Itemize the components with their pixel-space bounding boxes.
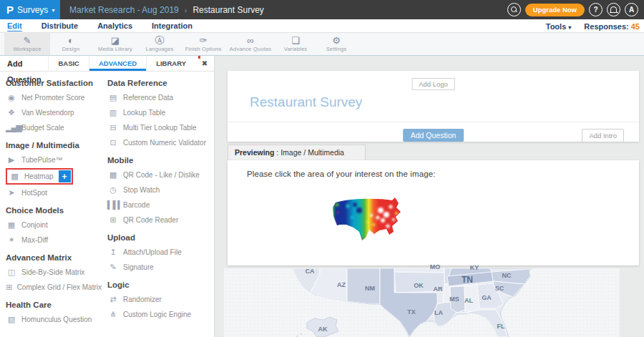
question-type-label: Complex Grid / Flex Matrix [17, 283, 102, 291]
languages-icon: Ⓐ [139, 35, 180, 46]
question-type-heatmap-highlighted[interactable]: ▩Heatmap+ [6, 168, 73, 185]
toolbar-item-label: Design [50, 46, 92, 52]
question-type-attach-upload-file[interactable]: ↥Attach/Upload File [107, 245, 213, 260]
product-label: Surveys [17, 5, 48, 15]
question-type-net-promoter-score[interactable]: ◉Net Promoter Score [6, 90, 102, 105]
toolbar-item-advance-quotas[interactable]: ∞Advance Quotas [226, 33, 275, 55]
tools-menu[interactable]: Tools ▾ [546, 22, 572, 31]
question-type-reference-data[interactable]: ▤Reference Data [107, 90, 213, 105]
question-type-label: QR Code - Like / Dislike [123, 171, 200, 179]
toolbar-item-media-library[interactable]: ◪Media Library [92, 33, 139, 55]
panel-tab-advanced[interactable]: ADVANCED [89, 56, 146, 71]
question-type-row-heatmap: ▩Heatmap+ [6, 167, 102, 185]
nps-icon: ◉ [6, 93, 16, 102]
variables-tag-icon: ❏ [275, 35, 316, 46]
question-type-label: Stop Watch [123, 186, 160, 194]
chevron-down-icon: ▾ [568, 24, 571, 31]
toolbar-item-variables[interactable]: ❏Variables [275, 33, 316, 55]
question-type-label: Signature [123, 263, 154, 271]
section-heading-logic: Logic [107, 280, 213, 289]
responses-counter[interactable]: Responses: 45 [584, 22, 640, 31]
survey-nav: EditDistributeAnalyticsIntegration Tools… [0, 19, 644, 33]
toolbar-item-label: Finish Options [180, 46, 226, 52]
lookup-table-icon: ▥ [107, 108, 118, 117]
toolbar-items: ✎Workspace◐Design◪Media LibraryⒶLanguage… [4, 33, 356, 55]
question-type-custom-numeric-validator[interactable]: ⊡Custom Numeric Validator [107, 135, 213, 150]
editor-toolbar: ✎Workspace◐Design◪Media LibraryⒶLanguage… [0, 33, 644, 56]
question-type-stop-watch[interactable]: ◷Stop Watch [107, 182, 213, 197]
heatmap-usa-image[interactable] [331, 196, 414, 243]
design-palette-icon: ◐ [50, 35, 92, 46]
upload-file-icon: ↥ [107, 248, 118, 257]
qr-reader-icon: ⊞ [107, 215, 118, 225]
account-avatar[interactable]: A [625, 3, 638, 16]
question-type-budget-scale[interactable]: ▂▄▆Budget Scale [6, 120, 102, 135]
question-type-label: Randomizer [123, 296, 162, 303]
nav-tab-analytics[interactable]: Analytics [97, 19, 132, 32]
toolbar-item-design[interactable]: ◐Design [50, 33, 92, 55]
toolbar-item-label: Languages [139, 46, 180, 52]
breadcrumb-folder[interactable]: Market Research - Aug 2019 [69, 5, 179, 15]
advance-quotas-icon: ∞ [226, 35, 275, 46]
question-type-homunculus-question[interactable]: ▧Homunculus Question [6, 312, 102, 327]
multi-tier-lookup-icon: ⊟ [107, 123, 118, 132]
magic-wand-icon: ✶ [6, 235, 16, 245]
upgrade-now-button[interactable]: Upgrade Now [525, 4, 585, 16]
survey-title[interactable]: Restaurant Survey [250, 94, 362, 110]
question-type-van-westendorp[interactable]: ❖Van Westendorp [6, 105, 102, 120]
question-type-label: Net Promoter Score [21, 94, 84, 102]
media-library-icon: ◪ [92, 35, 139, 46]
question-type-side-by-side-matrix[interactable]: ◫Side-By-Side Matrix [6, 265, 102, 280]
nav-tab-edit[interactable]: Edit [7, 19, 22, 32]
question-type-tubepulse[interactable]: ▶TubePulse™ [6, 152, 102, 167]
red-tick [198, 56, 200, 59]
chevron-down-icon: ▾ [52, 7, 54, 14]
finish-options-icon: ✑ [180, 35, 226, 46]
toolbar-item-label: Settings [316, 46, 356, 52]
question-type-complex-grid-flex-matrix[interactable]: ⊞Complex Grid / Flex Matrix [6, 280, 102, 295]
toolbar-item-languages[interactable]: ⒶLanguages [139, 33, 180, 55]
toolbar-item-finish-options[interactable]: ✑Finish Options [180, 33, 226, 55]
question-type-hotspot[interactable]: ➤HotSpot [6, 185, 102, 200]
question-type-label: Lookup Table [123, 109, 165, 117]
panel-tab-basic[interactable]: BASIC [48, 56, 89, 71]
add-logo-button[interactable]: Add Logo [411, 78, 455, 90]
questionpro-logo: P [6, 0, 14, 19]
question-type-qr-code-like-dislike[interactable]: ▩QR Code - Like / Dislike [107, 167, 213, 182]
question-type-label: Budget Scale [21, 124, 64, 132]
question-type-qr-code-reader[interactable]: ⊞QR Code Reader [107, 213, 213, 228]
previewing-tab: Previewing : Image / Multimedia (Heatmap… [228, 145, 366, 160]
toolbar-item-settings[interactable]: ⚙Settings [316, 33, 356, 55]
surveys-menu-button[interactable]: P Surveys ▾ [0, 0, 60, 19]
section-heading-customer-satisfaction: Customer Satisfaction [6, 79, 102, 87]
us-states-map-card: CAAZNMOKARTNNCSCMSALGATXLAFLAKMOKY [224, 268, 620, 337]
question-type-barcode[interactable]: ▍▌▍Barcode [107, 197, 213, 213]
question-type-custom-logic-engine[interactable]: ⋔Custom Logic Engine [107, 307, 213, 322]
add-question-button[interactable]: Add Question [403, 129, 464, 142]
workspace-icon: ✎ [4, 35, 50, 46]
question-type-lookup-table[interactable]: ▥Lookup Table [107, 105, 213, 120]
panel-tabs: BASICADVANCEDLIBRARY [48, 56, 195, 71]
toolbar-item-label: Advance Quotas [226, 46, 275, 52]
question-type-label: Custom Logic Engine [123, 311, 191, 318]
search-button[interactable] [507, 3, 521, 16]
question-type-label: Reference Data [123, 94, 173, 102]
question-type-signature[interactable]: ✎Signature [107, 260, 213, 275]
question-type-multi-tier-lookup-table[interactable]: ⊟Multi Tier Lookup Table [107, 120, 213, 135]
toolbar-item-workspace[interactable]: ✎Workspace [4, 33, 50, 55]
add-intro-button[interactable]: Add Intro [582, 129, 624, 142]
side-by-side-matrix-icon: ◫ [6, 268, 16, 277]
help-button[interactable]: ? [589, 3, 602, 16]
question-type-label: Max-Diff [21, 236, 48, 244]
notifications-button[interactable] [607, 3, 620, 16]
barcode-icon: ▍▌▍ [107, 200, 118, 210]
nav-tab-distribute[interactable]: Distribute [42, 19, 78, 32]
question-type-conjoint[interactable]: ▦Conjoint [6, 218, 102, 233]
add-heatmap-plus-button[interactable]: + [59, 170, 71, 182]
question-type-max-diff[interactable]: ✶Max-Diff [6, 233, 102, 248]
panel-tab-library[interactable]: LIBRARY [146, 56, 195, 71]
question-type-randomizer[interactable]: ⇄Randomizer [107, 292, 213, 307]
nav-tab-integration[interactable]: Integration [152, 19, 192, 32]
question-type-label: Multi Tier Lookup Table [123, 124, 197, 132]
toolbar-item-label: Variables [275, 46, 316, 52]
